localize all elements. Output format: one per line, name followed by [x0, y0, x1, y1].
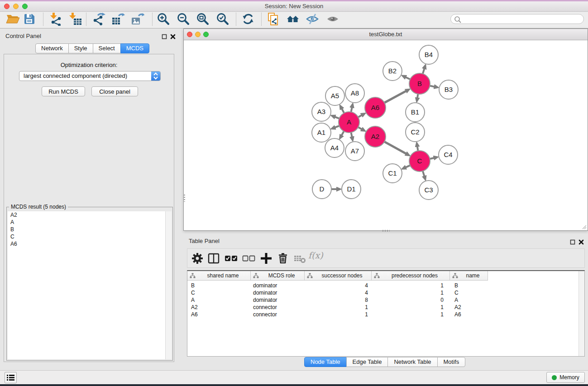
memory-button[interactable]: Memory	[546, 372, 585, 383]
task-history-button[interactable]	[5, 372, 17, 383]
tab-node-table[interactable]: Node Table	[304, 357, 347, 367]
close-panel-icon[interactable]	[170, 33, 176, 38]
graph-node-C1[interactable]: C1	[383, 164, 402, 183]
export-table-icon[interactable]	[111, 12, 125, 26]
graph-node-A4[interactable]: A4	[325, 138, 344, 157]
graph-node-C2[interactable]: C2	[406, 123, 425, 142]
table-cell[interactable]: A6	[187, 311, 251, 318]
network-graph[interactable]: B4B2BB3A5A8A6A3B1AC2A1A2A4A7C4CC1DD1C3	[184, 40, 588, 231]
graph-node-A2[interactable]: A2	[365, 126, 386, 147]
graph-edge-C-C4[interactable]	[430, 158, 434, 159]
graph-edge-B-B2[interactable]	[406, 77, 410, 80]
graph-node-D[interactable]: D	[312, 180, 331, 199]
column-header-successor-nodes[interactable]: successor nodes	[305, 271, 372, 281]
graph-edge-B-B1[interactable]	[417, 94, 418, 98]
table-row[interactable]: Bdominator41B	[187, 282, 584, 289]
graph-node-C[interactable]: C	[409, 151, 430, 172]
table-row[interactable]: Cdominator41C	[187, 289, 584, 296]
table-cell[interactable]: 1	[305, 304, 372, 311]
split-panel-icon[interactable]	[207, 252, 220, 265]
graph-node-A3[interactable]: A3	[312, 102, 331, 121]
zoom-traffic-light[interactable]	[22, 4, 28, 9]
graph-edge-A6-B[interactable]	[384, 91, 406, 103]
graph-edge-C-C1[interactable]	[406, 165, 410, 167]
table-row[interactable]: A2connector11A2	[187, 304, 584, 311]
table-cell[interactable]: 4	[305, 282, 372, 289]
graph-node-C3[interactable]: C3	[419, 181, 438, 200]
table-cell[interactable]: A2	[187, 304, 251, 311]
resize-grip-icon[interactable]	[582, 224, 587, 229]
function-builder-icon[interactable]: f(x)	[308, 250, 325, 263]
table-cell[interactable]: dominator	[251, 289, 305, 296]
criterion-dropdown[interactable]: largest connected component (directed)	[19, 71, 161, 81]
network-canvas[interactable]: B4B2BB3A5A8A6A3B1AC2A1A2A4A7C4CC1DD1C3	[184, 40, 588, 230]
column-header-predecessor-nodes[interactable]: predecessor nodes	[372, 271, 450, 281]
graph-node-A8[interactable]: A8	[345, 84, 364, 103]
tab-mcds[interactable]: MCDS	[120, 43, 149, 53]
table-cell[interactable]: C	[187, 289, 251, 296]
graph-edge-A-A6[interactable]	[358, 115, 362, 117]
graph-node-A6[interactable]: A6	[365, 97, 386, 118]
graph-node-A1[interactable]: A1	[312, 123, 331, 142]
mcds-result-item[interactable]: C	[8, 233, 172, 240]
minimize-traffic-light[interactable]	[13, 4, 19, 9]
table-cell[interactable]: C	[450, 289, 488, 296]
table-close-panel-icon[interactable]	[578, 238, 584, 244]
mcds-result-item[interactable]: A6	[8, 240, 172, 248]
graph-edge-A-A2[interactable]	[358, 127, 362, 129]
graph-node-B1[interactable]: B1	[406, 103, 425, 122]
graph-edge-A-A3[interactable]	[335, 117, 339, 119]
table-row[interactable]: A6connector11A6	[187, 311, 584, 318]
delete-table-icon[interactable]	[293, 252, 306, 265]
close-traffic-light[interactable]	[4, 4, 10, 9]
table-cell[interactable]: A	[450, 296, 488, 304]
tab-edge-table[interactable]: Edge Table	[346, 357, 388, 367]
column-header-name[interactable]: name	[450, 271, 488, 281]
tab-select[interactable]: Select	[93, 43, 121, 53]
mcds-result-item[interactable]: B	[8, 226, 172, 233]
zoom-fit-icon[interactable]	[196, 12, 210, 26]
left-pane-grip[interactable]	[183, 195, 185, 202]
table-cell[interactable]: 4	[305, 289, 372, 296]
tab-network[interactable]: Network	[35, 43, 69, 53]
deselect-all-columns-icon[interactable]	[242, 252, 257, 265]
zoom-selected-icon[interactable]	[216, 12, 229, 26]
hide-selected-icon[interactable]	[306, 12, 319, 26]
network-zoom-traffic-light[interactable]	[203, 32, 209, 37]
table-cell[interactable]: 1	[372, 311, 450, 318]
table-cell[interactable]: connector	[251, 304, 305, 311]
apply-layout-icon[interactable]	[241, 12, 255, 26]
table-cell[interactable]: connector	[251, 311, 305, 318]
table-row[interactable]: Adominator80A	[187, 296, 584, 304]
run-mcds-button[interactable]: Run MCDS	[42, 86, 85, 96]
zoom-out-icon[interactable]	[177, 12, 190, 26]
table-settings-icon[interactable]	[191, 252, 204, 265]
graph-edge-A-A8[interactable]	[351, 107, 352, 112]
graph-node-A5[interactable]: A5	[325, 86, 344, 105]
select-all-columns-icon[interactable]	[225, 252, 239, 265]
save-session-icon[interactable]	[23, 12, 36, 26]
graph-edge-A2-C[interactable]	[384, 142, 406, 153]
graph-node-B[interactable]: B	[409, 73, 430, 94]
open-file-icon[interactable]	[6, 12, 19, 26]
tab-style[interactable]: Style	[68, 43, 93, 53]
zoom-in-icon[interactable]	[157, 12, 170, 26]
table-scrollbar[interactable]	[578, 271, 584, 356]
table-cell[interactable]: 1	[372, 289, 450, 296]
table-cell[interactable]: B	[187, 282, 251, 289]
network-minimize-traffic-light[interactable]	[195, 32, 201, 37]
new-network-from-selection-icon[interactable]	[267, 12, 281, 26]
graph-node-D1[interactable]: D1	[342, 180, 361, 199]
import-table-icon[interactable]	[68, 12, 82, 26]
table-cell[interactable]: 1	[372, 304, 450, 311]
float-panel-icon[interactable]	[162, 33, 167, 38]
export-network-icon[interactable]	[92, 12, 105, 26]
table-cell[interactable]: 8	[305, 296, 372, 304]
graph-edge-B-B3[interactable]	[430, 86, 435, 87]
table-cell[interactable]: A	[187, 296, 251, 304]
export-image-icon[interactable]	[131, 12, 144, 26]
first-neighbors-icon[interactable]	[286, 12, 300, 26]
table-cell[interactable]: A6	[450, 311, 488, 318]
add-column-icon[interactable]	[260, 252, 272, 265]
column-header-mcds-role[interactable]: MCDS role	[251, 271, 305, 281]
